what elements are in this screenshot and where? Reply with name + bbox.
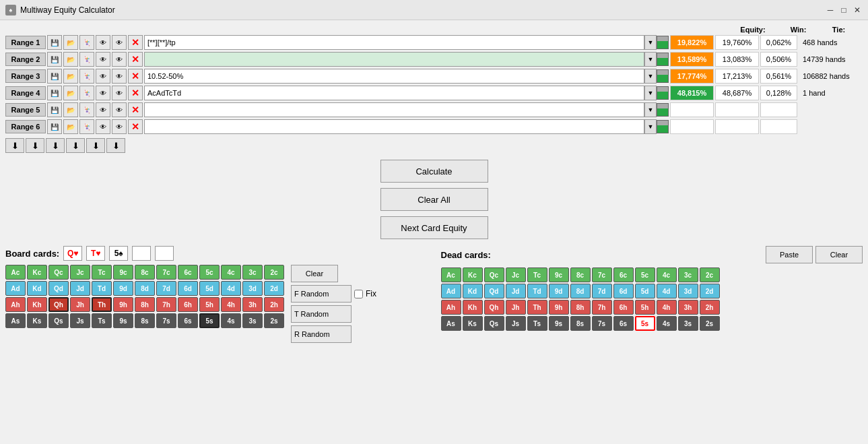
board-card-4[interactable] xyxy=(132,246,151,261)
board-card-5[interactable] xyxy=(155,246,174,261)
card-board-grid-qc[interactable]: Qc xyxy=(48,265,69,280)
card-dead-grid-qd[interactable]: Qd xyxy=(484,284,504,298)
range-dropdown-4[interactable]: ▼ xyxy=(644,86,657,100)
card-board-grid-2c[interactable]: 2c xyxy=(264,265,284,280)
range-save-3[interactable]: 💾 xyxy=(47,69,62,84)
card-board-grid-6h[interactable]: 6h xyxy=(178,297,198,312)
board-card-3[interactable]: 5♠ xyxy=(109,246,128,261)
card-board-grid-js[interactable]: Js xyxy=(70,313,90,328)
card-board-grid-ah[interactable]: Ah xyxy=(5,297,26,312)
card-board-grid-3d[interactable]: 3d xyxy=(242,281,263,296)
arrow-btn-5[interactable]: ⬇ xyxy=(86,138,105,153)
card-dead-grid-7d[interactable]: 7d xyxy=(592,284,612,298)
card-dead-grid-jc[interactable]: Jc xyxy=(506,267,526,282)
maximize-button[interactable]: □ xyxy=(838,5,849,15)
card-dead-grid-7h[interactable]: 7h xyxy=(592,300,612,315)
card-board-grid-ad[interactable]: Ad xyxy=(5,281,26,296)
card-board-grid-3h[interactable]: 3h xyxy=(242,297,263,312)
arrow-btn-3[interactable]: ⬇ xyxy=(46,138,65,153)
range-eye1-6[interactable]: 👁 xyxy=(96,119,110,134)
card-dead-grid-5c[interactable]: 5c xyxy=(635,267,655,282)
card-dead-grid-2s[interactable]: 2s xyxy=(700,316,720,331)
card-dead-grid-tc[interactable]: Tc xyxy=(527,267,547,282)
card-dead-grid-6h[interactable]: 6h xyxy=(613,300,634,315)
card-dead-grid-4d[interactable]: 4d xyxy=(657,284,677,298)
card-dead-grid-9d[interactable]: 9d xyxy=(549,284,569,298)
range-load-4[interactable]: 📂 xyxy=(63,86,78,100)
range-card-4[interactable]: 🃏 xyxy=(79,86,94,100)
card-board-grid-4d[interactable]: 4d xyxy=(221,281,241,296)
arrow-btn-1[interactable]: ⬇ xyxy=(5,138,24,153)
card-dead-grid-6d[interactable]: 6d xyxy=(613,284,634,298)
board-card-2[interactable]: T♥ xyxy=(86,246,105,261)
clear-all-button[interactable]: Clear All xyxy=(380,188,488,211)
range-eye2-6[interactable]: 👁 xyxy=(112,119,127,134)
card-dead-grid-3d[interactable]: 3d xyxy=(678,284,698,298)
card-dead-grid-2d[interactable]: 2d xyxy=(700,284,720,298)
range-eye2-2[interactable]: 👁 xyxy=(112,52,127,67)
card-dead-grid-js[interactable]: Js xyxy=(506,316,526,331)
dead-clear-button[interactable]: Clear xyxy=(815,246,863,263)
dead-paste-button[interactable]: Paste xyxy=(766,246,813,263)
arrow-btn-4[interactable]: ⬇ xyxy=(66,138,85,153)
card-board-grid-4h[interactable]: 4h xyxy=(221,297,241,312)
card-dead-grid-8s[interactable]: 8s xyxy=(570,316,591,331)
card-board-grid-td[interactable]: Td xyxy=(92,281,112,296)
board-card-1[interactable]: Q♥ xyxy=(63,246,82,261)
range-input-4[interactable] xyxy=(144,86,644,100)
card-board-grid-6d[interactable]: 6d xyxy=(178,281,198,296)
card-board-grid-7h[interactable]: 7h xyxy=(156,297,176,312)
range-load-6[interactable]: 📂 xyxy=(63,119,78,134)
card-dead-grid-ac[interactable]: Ac xyxy=(441,267,461,282)
card-dead-grid-8h[interactable]: 8h xyxy=(570,300,591,315)
card-dead-grid-ad[interactable]: Ad xyxy=(441,284,461,298)
card-dead-grid-th[interactable]: Th xyxy=(527,300,547,315)
card-dead-grid-9h[interactable]: 9h xyxy=(549,300,569,315)
card-dead-grid-9s[interactable]: 9s xyxy=(549,316,569,331)
minimize-button[interactable]: ─ xyxy=(825,5,836,15)
range-input-1[interactable] xyxy=(144,35,644,50)
card-board-grid-2s[interactable]: 2s xyxy=(264,313,284,328)
card-dead-grid-4s[interactable]: 4s xyxy=(657,316,677,331)
range-eye1-4[interactable]: 👁 xyxy=(96,86,110,100)
card-dead-grid-kc[interactable]: Kc xyxy=(463,267,483,282)
card-board-grid-5h[interactable]: 5h xyxy=(199,297,220,312)
range-card-5[interactable]: 🃏 xyxy=(79,102,94,117)
card-board-grid-jh[interactable]: Jh xyxy=(70,297,90,312)
close-button[interactable]: ✕ xyxy=(852,5,863,15)
card-board-grid-qd[interactable]: Qd xyxy=(48,281,69,296)
board-clear-button[interactable]: Clear xyxy=(291,265,338,282)
card-dead-grid-3h[interactable]: 3h xyxy=(678,300,698,315)
card-board-grid-9s[interactable]: 9s xyxy=(113,313,133,328)
card-dead-grid-as[interactable]: As xyxy=(441,316,461,331)
range-input-5[interactable] xyxy=(144,102,644,117)
board-random-r-button[interactable]: R Random xyxy=(291,325,352,343)
range-delete-4[interactable]: ✕ xyxy=(128,86,143,100)
range-dropdown-1[interactable]: ▼ xyxy=(644,35,657,50)
card-dead-grid-5s[interactable]: 5s xyxy=(635,316,655,331)
card-dead-grid-kh[interactable]: Kh xyxy=(463,300,483,315)
range-save-1[interactable]: 💾 xyxy=(47,35,62,50)
range-delete-6[interactable]: ✕ xyxy=(128,119,143,134)
card-dead-grid-ks[interactable]: Ks xyxy=(463,316,483,331)
card-board-grid-7s[interactable]: 7s xyxy=(156,313,176,328)
range-save-4[interactable]: 💾 xyxy=(47,86,62,100)
card-board-grid-as[interactable]: As xyxy=(5,313,26,328)
card-dead-grid-9c[interactable]: 9c xyxy=(549,267,569,282)
card-board-grid-8h[interactable]: 8h xyxy=(135,297,155,312)
card-dead-grid-5d[interactable]: 5d xyxy=(635,284,655,298)
card-board-grid-5d[interactable]: 5d xyxy=(199,281,220,296)
board-random-f-button[interactable]: F Random xyxy=(291,285,352,303)
arrow-btn-2[interactable]: ⬇ xyxy=(26,138,44,153)
card-board-grid-7c[interactable]: 7c xyxy=(156,265,176,280)
card-dead-grid-kd[interactable]: Kd xyxy=(463,284,483,298)
card-dead-grid-jd[interactable]: Jd xyxy=(506,284,526,298)
card-dead-grid-3s[interactable]: 3s xyxy=(678,316,698,331)
range-load-3[interactable]: 📂 xyxy=(63,69,78,84)
range-card-3[interactable]: 🃏 xyxy=(79,69,94,84)
card-dead-grid-5h[interactable]: 5h xyxy=(635,300,655,315)
range-delete-2[interactable]: ✕ xyxy=(128,52,143,67)
range-eye2-3[interactable]: 👁 xyxy=(112,69,127,84)
card-board-grid-qs[interactable]: Qs xyxy=(48,313,69,328)
card-board-grid-8d[interactable]: 8d xyxy=(135,281,155,296)
